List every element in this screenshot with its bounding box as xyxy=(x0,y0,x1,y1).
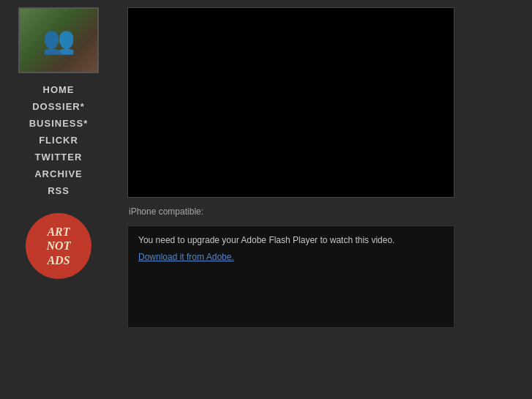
nav-item-business[interactable]: BUSINESS* xyxy=(0,116,117,131)
art-not-ads-badge[interactable]: ART NOT ADS xyxy=(26,213,91,279)
avatar xyxy=(18,7,99,73)
flash-upgrade-message: You need to upgrade your Adobe Flash Pla… xyxy=(138,235,443,245)
video-player[interactable] xyxy=(127,7,454,198)
flash-message-box: You need to upgrade your Adobe Flash Pla… xyxy=(127,225,454,328)
iphone-label: iPhone compatible: xyxy=(127,204,525,220)
download-link[interactable]: Download it from Adobe. xyxy=(138,252,234,262)
main-content: iPhone compatible: You need to upgrade y… xyxy=(117,0,532,399)
nav-item-archive[interactable]: ARCHIVE xyxy=(0,166,117,182)
nav-item-rss[interactable]: RSS xyxy=(0,183,117,198)
nav-menu: HOME DOSSIER* BUSINESS* FLICKR TWITTER A… xyxy=(0,82,117,198)
nav-item-home[interactable]: HOME xyxy=(0,82,117,97)
nav-item-dossier[interactable]: DOSSIER* xyxy=(0,99,117,114)
nav-item-flickr[interactable]: FLICKR xyxy=(0,133,117,148)
sidebar: HOME DOSSIER* BUSINESS* FLICKR TWITTER A… xyxy=(0,0,117,399)
nav-item-twitter[interactable]: TWITTER xyxy=(0,149,117,165)
art-not-ads-text: ART NOT ADS xyxy=(47,225,71,267)
